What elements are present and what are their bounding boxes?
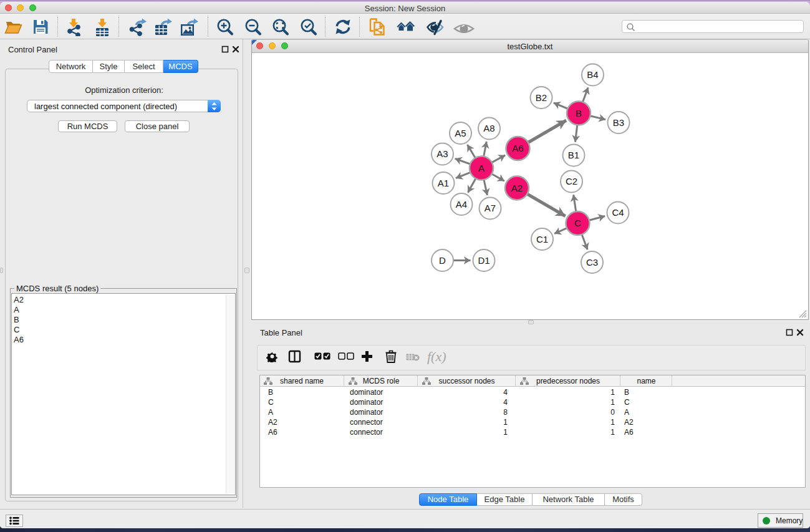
svg-text:A1: A1: [438, 178, 449, 188]
svg-text:B1: B1: [568, 150, 579, 160]
svg-text:C3: C3: [586, 257, 598, 268]
svg-text:A: A: [478, 163, 485, 173]
svg-text:B3: B3: [613, 117, 624, 128]
svg-text:C4: C4: [612, 207, 624, 218]
svg-text:B2: B2: [536, 92, 547, 103]
svg-text:A6: A6: [512, 143, 523, 153]
svg-text:A7: A7: [485, 203, 496, 213]
svg-text:B4: B4: [587, 69, 598, 80]
svg-text:C1: C1: [536, 234, 548, 244]
svg-text:D1: D1: [478, 255, 489, 266]
svg-text:A2: A2: [511, 183, 523, 193]
svg-text:A3: A3: [436, 148, 448, 159]
svg-text:A8: A8: [483, 123, 494, 133]
svg-text:C2: C2: [566, 176, 577, 186]
svg-text:D: D: [439, 255, 446, 266]
svg-text:B: B: [576, 108, 582, 118]
svg-text:A4: A4: [456, 199, 467, 210]
svg-text:C: C: [574, 218, 581, 228]
svg-text:A5: A5: [455, 128, 466, 138]
